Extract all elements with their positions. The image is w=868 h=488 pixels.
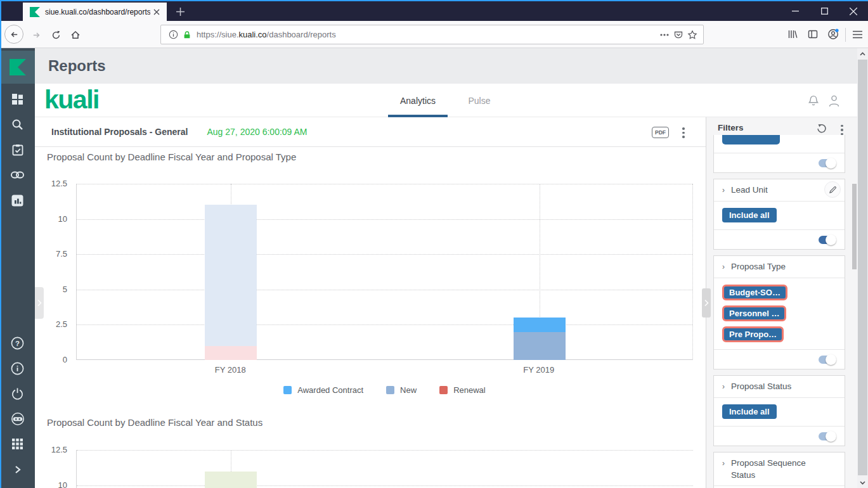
forward-icon[interactable] <box>27 25 46 44</box>
chart2-title: Proposal Count by Deadline Fiscal Year a… <box>47 417 262 428</box>
tab-analytics[interactable]: Analytics <box>388 84 448 117</box>
report-timestamp: Aug 27, 2020 6:00:09 AM <box>207 127 307 137</box>
lock-icon[interactable] <box>180 28 194 42</box>
x-tick-label: FY 2018 <box>186 365 275 375</box>
legend-label: Renewal <box>453 385 486 395</box>
filter-card-proposal-status: ›Proposal StatusInclude all <box>713 375 845 446</box>
tab-pulse[interactable]: Pulse <box>464 84 495 117</box>
reports-icon[interactable] <box>0 189 35 211</box>
page-title: Reports <box>48 57 106 75</box>
scroll-up-icon[interactable] <box>857 48 868 59</box>
chart2-plot <box>76 450 693 488</box>
dashboard-icon[interactable] <box>0 88 35 110</box>
filter-chip[interactable]: Include all <box>722 404 777 419</box>
legend-label: Awarded Contract <box>297 385 363 395</box>
filter-toggle[interactable] <box>819 432 835 440</box>
page-scrollbar[interactable] <box>857 48 868 488</box>
browser-tab[interactable]: siue.kuali.co/dashboard/reports <box>23 3 167 21</box>
scroll-down-icon[interactable] <box>857 477 868 488</box>
reload-icon[interactable] <box>46 25 65 44</box>
info-icon[interactable] <box>0 357 35 379</box>
filter-card-header[interactable]: ›Lead Unit <box>714 179 845 202</box>
filter-card-header[interactable]: ›Proposal Sequence Status <box>714 453 845 487</box>
filter-card-proposal-sequence-status: ›Proposal Sequence StatusACTIVE <box>713 452 845 488</box>
new-tab-button[interactable] <box>170 3 190 21</box>
tasks-icon[interactable] <box>0 139 35 160</box>
apps-icon[interactable] <box>0 433 35 454</box>
toggle-knob <box>826 431 836 442</box>
filter-card-proposal-type: ›Proposal TypeBudget-SO…Personnel …Pre P… <box>713 255 845 369</box>
page-scrollbar-thumb[interactable] <box>858 60 867 475</box>
filters-header: Filters <box>706 117 857 135</box>
back-icon[interactable] <box>4 25 23 44</box>
filter-chips: Include all <box>714 398 845 426</box>
window-controls <box>781 1 868 21</box>
filter-toggle[interactable] <box>819 356 835 364</box>
page-actions-icon[interactable] <box>657 28 671 42</box>
y-tick-label: 2.5 <box>36 319 67 329</box>
minimize-icon[interactable] <box>781 1 810 21</box>
chart1-plot <box>76 184 693 360</box>
maximize-icon[interactable] <box>810 1 839 21</box>
search-icon[interactable] <box>0 113 35 135</box>
app-bar: kuali Analytics Pulse <box>35 84 857 117</box>
y-tick-label: 12.5 <box>36 179 67 188</box>
report-menu-icon[interactable] <box>678 127 689 138</box>
y-tick-label: 10 <box>36 214 67 224</box>
filter-card-lead-unit: ›Lead UnitInclude all <box>713 179 845 250</box>
app-sidebar: ? <box>0 48 35 488</box>
bar-segment[interactable] <box>205 472 257 488</box>
filters-collapse-expander[interactable] <box>702 288 711 318</box>
legend-item[interactable]: Awarded Contract <box>283 385 363 395</box>
bar-segment-new[interactable] <box>205 205 257 345</box>
edit-pencil-icon[interactable] <box>824 181 841 198</box>
filter-toggle[interactable] <box>819 236 835 244</box>
legend-item[interactable]: Renewal <box>439 385 486 395</box>
filters-scrollbar-thumb[interactable] <box>852 184 857 269</box>
chevron-right-icon: › <box>722 458 725 469</box>
bar-segment-new[interactable] <box>514 332 566 360</box>
filter-card-header[interactable]: ›Proposal Status <box>714 376 845 398</box>
bot-icon[interactable] <box>0 408 35 430</box>
toolbar-divider <box>845 28 846 42</box>
reset-icon[interactable] <box>816 123 827 134</box>
home-icon[interactable] <box>66 25 85 44</box>
account-icon[interactable] <box>824 25 842 43</box>
star-icon[interactable] <box>685 28 699 42</box>
filter-chip[interactable]: Personnel … <box>722 305 786 321</box>
filter-card-header[interactable]: ›Proposal Type <box>714 256 845 278</box>
x-tick-label: FY 2019 <box>495 365 583 375</box>
filter-toggle[interactable] <box>819 159 835 167</box>
filter-chip[interactable]: Pre Propo… <box>722 326 784 342</box>
toggle-knob <box>826 158 836 169</box>
power-icon[interactable] <box>0 383 35 404</box>
help-icon[interactable]: ? <box>0 332 35 354</box>
filter-chip[interactable]: Budget-SO… <box>722 285 787 300</box>
legend-swatch <box>386 386 394 394</box>
sidebar-expand-icon[interactable] <box>0 459 35 480</box>
chart1-title: Proposal Count by Deadline Fiscal Year a… <box>47 151 296 162</box>
left-panel-expander[interactable] <box>35 287 44 319</box>
filters-menu-icon[interactable] <box>836 124 848 136</box>
browser-navbar: https://siue.kuali.co/dashboard/reports <box>0 21 868 48</box>
gridline <box>77 184 692 184</box>
notifications-bell-icon[interactable] <box>806 93 821 108</box>
library-icon[interactable] <box>784 25 801 43</box>
filter-chip[interactable]: Include all <box>722 208 777 222</box>
sidebars-icon[interactable] <box>804 25 822 43</box>
tab-close-icon[interactable] <box>150 6 163 18</box>
user-profile-icon[interactable] <box>826 93 841 108</box>
site-info-icon[interactable] <box>166 28 180 42</box>
pocket-icon[interactable] <box>671 28 685 42</box>
pdf-button[interactable]: PDF <box>652 127 669 138</box>
menu-icon[interactable] <box>848 25 866 43</box>
link-icon[interactable] <box>0 164 35 186</box>
kuali-mark-logo[interactable] <box>0 51 35 84</box>
y-tick-label: 12.5 <box>36 445 67 454</box>
bar-segment-renewal[interactable] <box>205 346 257 360</box>
filter-chip[interactable] <box>722 135 780 144</box>
legend-item[interactable]: New <box>386 385 417 395</box>
url-bar[interactable]: https://siue.kuali.co/dashboard/reports <box>160 25 704 44</box>
bar-segment-awarded-contract[interactable] <box>514 318 566 331</box>
close-icon[interactable] <box>839 1 868 21</box>
